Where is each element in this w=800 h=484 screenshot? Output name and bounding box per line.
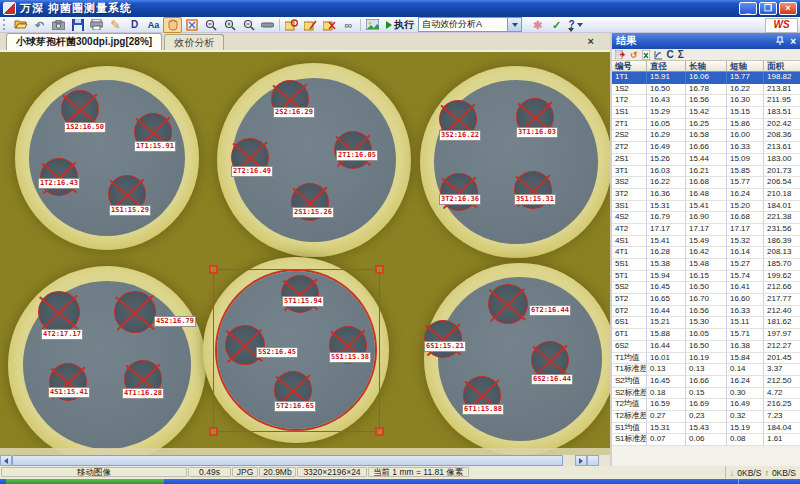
table-cell: 15.29 xyxy=(647,107,686,119)
table-row[interactable]: 6S115.2115.3015.11181.62 xyxy=(612,317,800,329)
table-row[interactable]: T1标准差0.130.130.143.37 xyxy=(612,364,800,376)
table-cell: 15.43 xyxy=(686,423,727,435)
inhibition-zone[interactable] xyxy=(38,291,80,333)
table-row[interactable]: T1均值16.0116.1915.84201.45 xyxy=(612,353,800,365)
table-row[interactable]: 2S216.2916.5816.00208.36 xyxy=(612,130,800,142)
selection-handle[interactable] xyxy=(209,265,218,274)
tab-close-icon[interactable]: × xyxy=(588,36,594,47)
table-row[interactable]: 6S216.4416.5016.38212.27 xyxy=(612,341,800,353)
column-header-area[interactable]: 面积 xyxy=(764,61,800,72)
analysis-mode-combobox[interactable]: 自动效价分析A xyxy=(418,17,522,32)
confirm-icon[interactable]: ✓ xyxy=(547,17,566,33)
table-row[interactable]: S2标准差0.180.150.304.72 xyxy=(612,388,800,400)
shape-tool-icon[interactable]: D xyxy=(125,17,144,33)
annotate-edit-icon[interactable] xyxy=(301,17,320,33)
pencil-icon[interactable]: ✎ xyxy=(106,17,125,33)
petri-dish[interactable] xyxy=(420,66,610,258)
table-row[interactable]: 5S216.4516.5016.41212.66 xyxy=(612,282,800,294)
table-row[interactable]: 5T216.6516.7016.60217.77 xyxy=(612,294,800,306)
text-tool-icon[interactable]: Aa xyxy=(144,17,163,33)
print-icon[interactable] xyxy=(87,17,106,33)
table-row[interactable]: T2标准差0.270.230.327.23 xyxy=(612,411,800,423)
export-results-icon[interactable] xyxy=(615,50,626,59)
selection-handle[interactable] xyxy=(375,427,384,436)
calibrate-button[interactable]: C xyxy=(667,50,674,60)
process-image-icon[interactable] xyxy=(363,17,382,33)
panel-close-icon[interactable]: × xyxy=(790,36,796,47)
table-row[interactable]: 2T116.0516.2515.86202.42 xyxy=(612,119,800,131)
table-row[interactable]: 4S216.7916.9016.68221.38 xyxy=(612,212,800,224)
run-button[interactable]: 执行 xyxy=(382,18,418,32)
table-row[interactable]: 1T115.9116.0615.77198.82 xyxy=(612,72,800,84)
capture-icon[interactable] xyxy=(49,17,68,33)
close-button[interactable]: × xyxy=(779,2,797,15)
column-header-id[interactable]: 编号 xyxy=(612,61,647,72)
annotate-delete-icon[interactable] xyxy=(320,17,339,33)
chart-icon[interactable] xyxy=(654,50,663,60)
table-cell: 16.14 xyxy=(727,247,764,259)
image-area[interactable]: 1S2:16.501T1:15.911T2:16.431S1:15.292S2:… xyxy=(0,50,610,455)
horizontal-scrollbar[interactable] xyxy=(0,455,610,466)
save-icon[interactable] xyxy=(68,17,87,33)
inhibition-zone[interactable] xyxy=(424,320,462,358)
pick-tool-icon[interactable] xyxy=(258,17,277,33)
scroll-right-icon[interactable] xyxy=(575,455,587,466)
inhibition-zone[interactable] xyxy=(114,291,156,333)
table-row[interactable]: T2均值16.5916.6916.49216.25 xyxy=(612,399,800,411)
selection-box[interactable] xyxy=(213,269,380,432)
annotate-add-icon[interactable] xyxy=(282,17,301,33)
zoom-in-icon[interactable] xyxy=(220,17,239,33)
inhibition-zone[interactable] xyxy=(488,284,528,324)
minimize-button[interactable]: _ xyxy=(739,2,757,15)
zoom-out-icon[interactable] xyxy=(239,17,258,33)
table-row[interactable]: 4T116.2816.4216.14208.13 xyxy=(612,247,800,259)
table-row[interactable]: 6T216.4416.5616.33212.40 xyxy=(612,306,800,318)
table-cell: 16.00 xyxy=(727,130,764,142)
petri-dish[interactable] xyxy=(8,266,206,455)
selection-handle[interactable] xyxy=(375,265,384,274)
table-row[interactable]: S1标准差0.070.060.081.61 xyxy=(612,434,800,446)
table-row[interactable]: 1S216.5016.7816.22213.81 xyxy=(612,84,800,96)
table-row[interactable]: 2S115.2615.4415.09183.00 xyxy=(612,154,800,166)
table-row[interactable]: 4T217.1717.1717.17231.56 xyxy=(612,224,800,236)
sum-button[interactable]: Σ xyxy=(678,50,684,60)
column-header-minor-axis[interactable]: 短轴 xyxy=(727,61,764,72)
pan-tool-icon[interactable] xyxy=(163,17,182,33)
table-row[interactable]: S1均值15.3115.4315.19184.04 xyxy=(612,423,800,435)
cancel-icon[interactable]: ✱ xyxy=(528,17,547,33)
zoom-select-icon[interactable] xyxy=(201,17,220,33)
selection-handle[interactable] xyxy=(209,427,218,436)
table-row[interactable]: 5T115.9416.1515.74199.62 xyxy=(612,271,800,283)
table-row[interactable]: 2T216.4916.6616.33213.61 xyxy=(612,142,800,154)
column-header-major-axis[interactable]: 长轴 xyxy=(686,61,727,72)
undo-icon[interactable]: ↶ xyxy=(30,17,49,33)
table-row[interactable]: 3T216.3616.4816.24210.18 xyxy=(612,189,800,201)
petri-dish[interactable] xyxy=(15,66,199,250)
scrollbar-thumb[interactable] xyxy=(12,455,563,466)
tab-image-file[interactable]: 小球芽孢杆菌300dpi.jpg[28%] xyxy=(6,33,162,50)
table-row[interactable]: 3S115.3115.4115.20184.01 xyxy=(612,201,800,213)
table-row[interactable]: 5S115.3815.4815.27185.70 xyxy=(612,259,800,271)
column-header-diameter[interactable]: 直径 xyxy=(647,61,686,72)
pin-icon[interactable] xyxy=(776,36,784,46)
refresh-results-icon[interactable]: ↺ xyxy=(630,50,638,60)
toolbar-grip[interactable] xyxy=(3,19,8,30)
inhibition-zone[interactable] xyxy=(40,158,78,196)
table-row[interactable]: 1T216.4316.5616.30211.95 xyxy=(612,95,800,107)
table-row[interactable]: 3T116.0316.2115.85201.73 xyxy=(612,166,800,178)
tab-potency-analysis[interactable]: 效价分析 xyxy=(164,34,224,50)
tab-list-dropdown-icon[interactable] xyxy=(568,32,574,50)
table-row[interactable]: S2均值16.4516.6616.24212.50 xyxy=(612,376,800,388)
scroll-left-icon[interactable] xyxy=(0,455,12,466)
link-icon[interactable]: ∞ xyxy=(339,17,358,33)
combo-dropdown-icon[interactable] xyxy=(507,18,521,31)
table-row[interactable]: 1S115.2915.4215.15183.51 xyxy=(612,107,800,119)
restore-button[interactable]: ❐ xyxy=(759,2,777,15)
zoom-fit-icon[interactable] xyxy=(182,17,201,33)
table-row[interactable]: 6T115.8816.0515.71197.97 xyxy=(612,329,800,341)
excel-export-icon[interactable] xyxy=(642,50,650,60)
open-file-icon[interactable] xyxy=(11,17,30,33)
table-row[interactable]: 4S115.4115.4915.32186.39 xyxy=(612,236,800,248)
inhibition-zone[interactable] xyxy=(440,173,478,211)
table-row[interactable]: 3S216.2216.6815.77206.54 xyxy=(612,177,800,189)
